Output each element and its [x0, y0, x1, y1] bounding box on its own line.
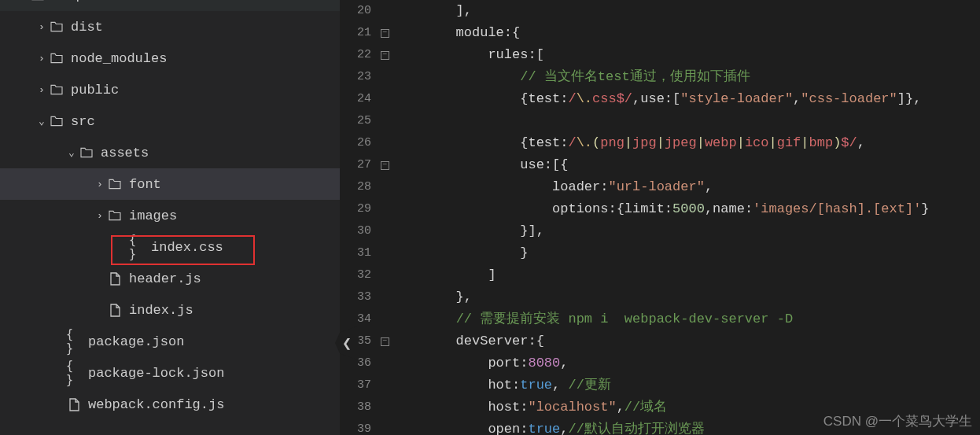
line-number: 29: [340, 198, 371, 220]
chevron-right-icon[interactable]: ›: [35, 53, 49, 65]
folder-icon: [49, 116, 64, 127]
folder-item-font[interactable]: ›font: [0, 168, 340, 200]
folder-icon: [107, 210, 123, 221]
fold-toggle[interactable]: −: [378, 44, 392, 66]
js-file-icon: [107, 272, 123, 286]
tree-item-label: public: [71, 83, 119, 98]
folder-item-public[interactable]: ›public: [0, 74, 340, 105]
fold-toggle: [378, 264, 392, 286]
fold-toggle: [378, 286, 392, 308]
folder-icon: [79, 147, 94, 158]
tree-item-label: package-lock.json: [88, 366, 224, 381]
line-number: 21: [340, 22, 371, 44]
line-number: 38: [340, 396, 371, 418]
code-line[interactable]: rules:[: [392, 44, 980, 66]
code-line[interactable]: options:{limit:5000,name:'images/[hash].…: [392, 198, 980, 220]
code-line[interactable]: loader:"url-loader",: [392, 176, 980, 198]
fold-toggle[interactable]: −: [378, 330, 392, 352]
file-item-index.js[interactable]: index.js: [0, 294, 340, 326]
fold-toggle: [378, 132, 392, 154]
line-number: 23: [340, 66, 371, 88]
code-line[interactable]: },: [392, 286, 980, 308]
tree-item-label: assets: [101, 146, 149, 160]
fold-toggle[interactable]: −: [378, 154, 392, 176]
js-file-icon: [107, 304, 123, 317]
folder-item-assets[interactable]: ⌄assets: [0, 137, 340, 168]
code-line[interactable]: {test:/\.(png|jpg|jpeg|webp|ico|gif|bmp)…: [392, 132, 980, 154]
chevron-right-icon[interactable]: ›: [35, 21, 49, 33]
code-line[interactable]: {test:/\.css$/,use:["style-loader","css-…: [392, 88, 980, 110]
watermark: CSDN @一个菜鸟大学生: [823, 412, 972, 430]
tree-item-label: webpack: [52, 0, 108, 3]
fold-minus-icon: −: [381, 51, 389, 60]
css-icon: { }: [129, 233, 145, 261]
code-line[interactable]: }: [392, 242, 980, 264]
chevron-down-icon[interactable]: ⌄: [35, 115, 49, 127]
folder-item-images[interactable]: ›images: [0, 200, 340, 231]
tree-item-label: header.js: [129, 271, 201, 286]
code-area[interactable]: ], module:{ rules:[ // 当文件名test通过，使用如下插件…: [392, 0, 980, 435]
code-line[interactable]: hot:true, //更新: [392, 374, 980, 396]
tree-item-label: font: [129, 177, 161, 192]
line-number: 26: [340, 132, 371, 154]
tree-item-label: images: [129, 208, 177, 223]
fold-toggle: [378, 418, 392, 435]
fold-toggle: [378, 352, 392, 374]
folder-item-dist[interactable]: ›dist: [0, 11, 340, 42]
fold-toggle: [378, 176, 392, 198]
fold-gutter[interactable]: −−−−: [378, 0, 392, 435]
folder-icon: [49, 53, 64, 64]
line-number: 31: [340, 242, 371, 264]
chevron-right-icon[interactable]: ›: [35, 84, 49, 96]
code-line[interactable]: module:{: [392, 22, 980, 44]
fold-toggle: [378, 220, 392, 242]
line-number: 32: [340, 264, 371, 286]
code-line[interactable]: [392, 110, 980, 132]
file-item-webpack.config.js[interactable]: webpack.config.js: [0, 389, 340, 420]
file-item-index.css[interactable]: { }index.css: [0, 231, 340, 263]
folder-icon: [49, 21, 64, 32]
tree-item-label: node_modules: [71, 51, 167, 66]
fold-minus-icon: −: [381, 29, 389, 38]
code-line[interactable]: use:[{: [392, 154, 980, 176]
file-item-package.json[interactable]: { }package.json: [0, 326, 340, 357]
file-item-package-lock.json[interactable]: { }package-lock.json: [0, 357, 340, 389]
line-number: 39: [340, 418, 371, 435]
chevron-right-icon[interactable]: ›: [93, 179, 107, 190]
file-explorer[interactable]: ⌄webpack›dist›node_modules›public⌄src⌄as…: [0, 0, 340, 435]
code-editor[interactable]: 2021222324252627282930313233343536373839…: [340, 0, 980, 435]
folder-item-src[interactable]: ⌄src: [0, 105, 340, 137]
code-line[interactable]: }],: [392, 220, 980, 242]
fold-minus-icon: −: [381, 337, 389, 346]
line-number: 27: [340, 154, 371, 176]
line-number: 20: [340, 0, 371, 22]
tree-item-label: index.js: [129, 303, 193, 318]
tree-item-label: package.json: [88, 334, 184, 349]
fold-toggle: [378, 66, 392, 88]
chevron-down-icon[interactable]: ⌄: [16, 0, 30, 2]
fold-toggle[interactable]: −: [378, 22, 392, 44]
tree-item-label: dist: [71, 20, 103, 35]
chevron-down-icon[interactable]: ⌄: [64, 146, 79, 159]
folder-item-node_modules[interactable]: ›node_modules: [0, 42, 340, 74]
chevron-left-icon: ❮: [342, 334, 352, 353]
js-file-icon: [66, 398, 82, 411]
file-item-header.js[interactable]: header.js: [0, 263, 340, 294]
tree-item-label: src: [71, 114, 95, 129]
code-line[interactable]: // 当文件名test通过，使用如下插件: [392, 66, 980, 88]
line-number: 33: [340, 286, 371, 308]
tree-item-label: webpack.config.js: [88, 397, 224, 412]
chevron-right-icon[interactable]: ›: [93, 210, 107, 222]
code-line[interactable]: port:8080,: [392, 352, 980, 374]
code-line[interactable]: // 需要提前安装 npm i webpack-dev-server -D: [392, 308, 980, 330]
line-number: 37: [340, 374, 371, 396]
code-line[interactable]: ]: [392, 264, 980, 286]
folder-item-webpack[interactable]: ⌄webpack: [0, 0, 340, 11]
code-line[interactable]: ],: [392, 0, 980, 22]
fold-minus-icon: −: [381, 161, 389, 170]
fold-toggle: [378, 374, 392, 396]
fold-toggle: [378, 88, 392, 110]
line-number: 22: [340, 44, 371, 66]
line-number: 25: [340, 110, 371, 132]
code-line[interactable]: devServer:{: [392, 330, 980, 352]
